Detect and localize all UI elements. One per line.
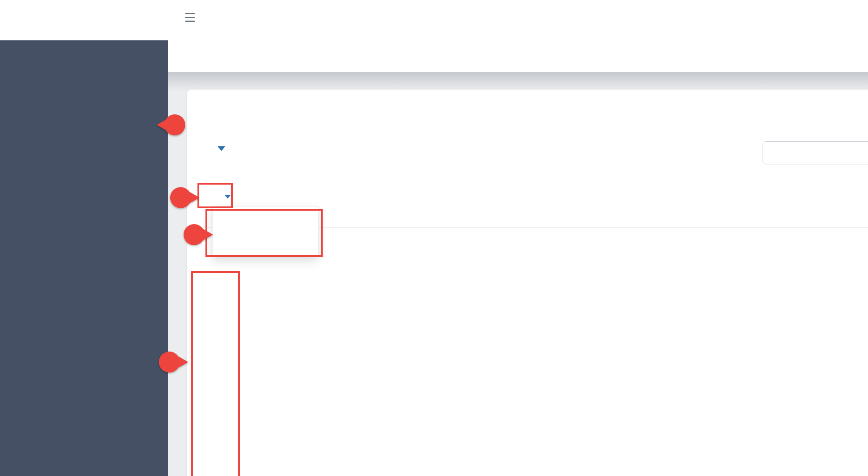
- menu-item-delete[interactable]: [213, 233, 318, 252]
- sort-icon: [549, 212, 555, 221]
- gear-dropdown-menu: [212, 206, 318, 257]
- column-header-project[interactable]: [545, 206, 555, 227]
- breadcrumb: [168, 40, 868, 72]
- column-header-type[interactable]: [693, 206, 704, 227]
- column-header-requested-date[interactable]: [790, 206, 800, 227]
- sort-icon: [342, 212, 349, 221]
- sidebar: [0, 40, 168, 476]
- top-bar: [0, 0, 868, 40]
- column-header-client[interactable]: [339, 206, 349, 227]
- search-input[interactable]: [763, 141, 868, 164]
- menu-item-mark-done[interactable]: [213, 213, 318, 233]
- hamburger-icon[interactable]: [185, 13, 195, 22]
- search-criteria-toggle[interactable]: [213, 145, 225, 151]
- chevron-down-icon: [218, 146, 225, 151]
- bulk-actions-gear-button[interactable]: [207, 190, 231, 201]
- chevron-down-icon: [224, 195, 231, 198]
- main-content: [168, 72, 868, 476]
- sort-icon: [794, 212, 800, 221]
- gear-icon: [207, 190, 219, 201]
- client-actions-card: [187, 90, 868, 476]
- sort-desc-icon: [697, 215, 704, 220]
